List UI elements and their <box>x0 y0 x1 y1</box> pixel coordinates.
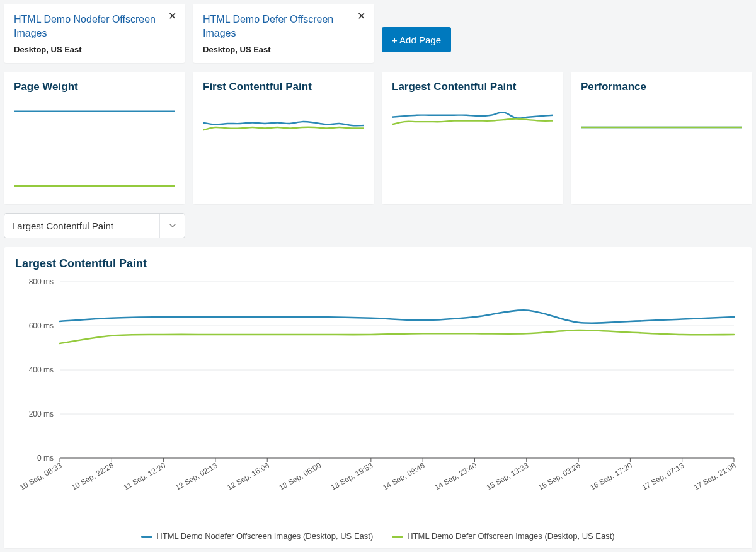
page-card-subtitle: Desktop, US East <box>14 45 175 54</box>
svg-text:14 Sep, 23:40: 14 Sep, 23:40 <box>433 461 478 493</box>
mini-card-fcp[interactable]: First Contentful Paint <box>193 72 374 204</box>
svg-text:400 ms: 400 ms <box>29 365 54 374</box>
svg-text:12 Sep, 02:13: 12 Sep, 02:13 <box>174 461 219 493</box>
svg-text:16 Sep, 03:26: 16 Sep, 03:26 <box>537 461 582 493</box>
mini-chart-svg <box>581 102 742 195</box>
svg-text:600 ms: 600 ms <box>29 321 54 330</box>
main-chart-area: 0 ms200 ms400 ms600 ms800 ms10 Sep, 08:3… <box>15 275 741 527</box>
metric-select-value: Largest Contentful Paint <box>12 221 113 231</box>
svg-text:16 Sep, 17:20: 16 Sep, 17:20 <box>588 461 634 493</box>
main-chart-svg: 0 ms200 ms400 ms600 ms800 ms10 Sep, 08:3… <box>15 275 741 527</box>
svg-text:17 Sep, 21:06: 17 Sep, 21:06 <box>692 461 738 493</box>
mini-chart-svg <box>392 102 553 195</box>
mini-card-title: First Contentful Paint <box>203 81 364 93</box>
svg-text:15 Sep, 13:33: 15 Sep, 13:33 <box>485 461 530 493</box>
mini-card-title: Page Weight <box>14 81 175 93</box>
svg-text:11 Sep, 12:20: 11 Sep, 12:20 <box>122 461 167 493</box>
svg-text:10 Sep, 08:33: 10 Sep, 08:33 <box>18 461 64 493</box>
page-card-0[interactable]: ✕ HTML Demo Nodefer Offscreen Images Des… <box>4 4 185 63</box>
svg-text:17 Sep, 07:13: 17 Sep, 07:13 <box>640 461 685 493</box>
svg-text:800 ms: 800 ms <box>29 277 54 286</box>
page-cards-row: ✕ HTML Demo Nodefer Offscreen Images Des… <box>4 4 752 63</box>
page-card-1[interactable]: ✕ HTML Demo Defer Offscreen Images Deskt… <box>193 4 374 63</box>
mini-card-performance[interactable]: Performance <box>571 72 752 204</box>
svg-text:13 Sep, 19:53: 13 Sep, 19:53 <box>329 461 375 493</box>
mini-chart-svg <box>14 102 175 195</box>
chart-legend: HTML Demo Nodefer Offscreen Images (Desk… <box>15 531 741 541</box>
page-card-subtitle: Desktop, US East <box>203 45 364 54</box>
mini-charts-row: Page Weight First Contentful Paint Large… <box>4 72 752 204</box>
page-card-title[interactable]: HTML Demo Nodefer Offscreen Images <box>14 13 175 40</box>
svg-text:14 Sep, 09:46: 14 Sep, 09:46 <box>381 461 427 493</box>
main-chart-title: Largest Contentful Paint <box>15 257 741 270</box>
mini-card-page-weight[interactable]: Page Weight <box>4 72 185 204</box>
mini-card-title: Performance <box>581 81 742 93</box>
add-page-button[interactable]: + Add Page <box>382 27 451 52</box>
legend-label: HTML Demo Defer Offscreen Images (Deskto… <box>407 531 614 541</box>
main-chart-card: Largest Contentful Paint 0 ms200 ms400 m… <box>4 247 752 548</box>
chevron-down-icon <box>159 214 185 238</box>
svg-text:200 ms: 200 ms <box>29 410 54 418</box>
legend-label: HTML Demo Nodefer Offscreen Images (Desk… <box>156 531 373 541</box>
mini-card-title: Largest Contentful Paint <box>392 81 553 93</box>
svg-text:12 Sep, 16:06: 12 Sep, 16:06 <box>226 461 271 493</box>
close-icon[interactable]: ✕ <box>166 11 178 23</box>
close-icon[interactable]: ✕ <box>355 11 367 23</box>
legend-item-1: HTML Demo Defer Offscreen Images (Deskto… <box>392 531 614 541</box>
svg-text:13 Sep, 06:00: 13 Sep, 06:00 <box>277 461 323 493</box>
mini-card-lcp[interactable]: Largest Contentful Paint <box>382 72 563 204</box>
metric-select[interactable]: Largest Contentful Paint <box>4 213 185 238</box>
mini-chart-svg <box>203 102 364 195</box>
svg-text:10 Sep, 22:26: 10 Sep, 22:26 <box>70 461 115 493</box>
legend-item-0: HTML Demo Nodefer Offscreen Images (Desk… <box>141 531 373 541</box>
page-card-title[interactable]: HTML Demo Defer Offscreen Images <box>203 13 364 40</box>
svg-text:0 ms: 0 ms <box>37 454 54 463</box>
